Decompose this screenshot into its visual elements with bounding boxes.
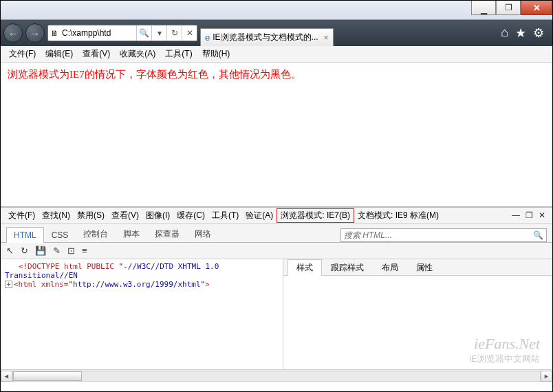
dt-tab-network[interactable]: 网络 — [187, 225, 219, 243]
dt-tab-console[interactable]: 控制台 — [76, 225, 116, 243]
rtab-layout[interactable]: 布局 — [373, 259, 407, 276]
arrow-right-icon: → — [30, 28, 41, 39]
dt-close-icon[interactable]: ✕ — [539, 210, 545, 220]
window-maximize-button[interactable]: ❐ — [496, 1, 521, 15]
browser-navbar: ← → 🗎 🔍 ▾ ↻ ✕ e IE浏览器模式与文档模式的... × ⌂ ★ ⚙ — [1, 20, 552, 46]
menu-view[interactable]: 查看(V) — [78, 47, 114, 61]
address-bar[interactable]: 🗎 🔍 ▾ ↻ ✕ — [47, 25, 197, 41]
scroll-track[interactable] — [12, 371, 541, 382]
address-dropdown-icon[interactable]: ▾ — [151, 25, 166, 41]
back-button[interactable]: ← — [3, 23, 23, 43]
dt-document-mode[interactable]: 文档模式: IE9 标准(M) — [354, 208, 442, 223]
dt-minimize-icon[interactable]: — — [512, 210, 520, 220]
devtools-search[interactable]: 🔍 — [340, 228, 547, 242]
devtools-toolbar: ↖ ↻ 💾 ✎ ⊡ ≡ — [1, 243, 552, 259]
scroll-left-button[interactable]: ◄ — [1, 371, 12, 382]
forward-button[interactable]: → — [25, 23, 45, 43]
refresh-icon[interactable]: ↻ — [21, 246, 28, 256]
rtab-attributes[interactable]: 属性 — [407, 259, 442, 276]
address-input[interactable] — [61, 28, 136, 38]
favorites-icon[interactable]: ★ — [515, 25, 526, 41]
save-icon[interactable]: 💾 — [35, 246, 46, 256]
edit-icon[interactable]: ✎ — [53, 246, 61, 256]
dt-tab-html[interactable]: HTML — [6, 227, 44, 243]
rtab-trace-styles[interactable]: 跟踪样式 — [322, 259, 373, 276]
select-element-icon[interactable]: ↖ — [6, 246, 14, 256]
arrow-left-icon: ← — [8, 28, 19, 39]
dt-menu-cache[interactable]: 缓存(C) — [173, 208, 208, 223]
page-content: 浏览器模式为IE7的情况下，字体颜色为红色，其他情况为黑色。 — [1, 63, 552, 207]
tab-title: IE浏览器模式与文档模式的... — [213, 32, 318, 43]
window-minimize-button[interactable]: ▁ — [471, 1, 496, 15]
dt-tab-css[interactable]: CSS — [44, 227, 76, 243]
page-icon: 🗎 — [48, 29, 61, 37]
source-line-doctype: <!DOCTYPE html PUBLIC "-//W3C//DTD XHTML… — [5, 262, 279, 280]
devtools-body: <!DOCTYPE html PUBLIC "-//W3C//DTD XHTML… — [1, 259, 552, 369]
ie-icon: e — [205, 32, 210, 43]
dt-menu-validate[interactable]: 验证(A) — [242, 208, 276, 223]
scroll-thumb[interactable] — [13, 371, 82, 381]
horizontal-scrollbar[interactable]: ◄ ► — [1, 369, 552, 382]
dt-menu-view[interactable]: 查看(V) — [108, 208, 142, 223]
window-titlebar: ▁ ❐ ✕ — [1, 1, 552, 20]
dt-menu-tools[interactable]: 工具(T) — [208, 208, 242, 223]
source-line-html[interactable]: +<html xmlns="http://www.w3.org/1999/xht… — [5, 280, 279, 289]
browser-tab[interactable]: e IE浏览器模式与文档模式的... × — [200, 28, 334, 46]
devtools-right-panel: 样式 跟踪样式 布局 属性 — [283, 259, 552, 369]
html-source-panel[interactable]: <!DOCTYPE html PUBLIC "-//W3C//DTD XHTML… — [1, 259, 283, 369]
menu-favorites[interactable]: 收藏夹(A) — [116, 47, 160, 61]
rtab-styles[interactable]: 样式 — [288, 259, 322, 276]
box-icon[interactable]: ⊡ — [67, 246, 75, 256]
dt-menu-disable[interactable]: 禁用(S) — [74, 208, 108, 223]
devtools-menubar: 文件(F) 查找(N) 禁用(S) 查看(V) 图像(I) 缓存(C) 工具(T… — [1, 207, 552, 224]
menu-edit[interactable]: 编辑(E) — [41, 47, 77, 61]
refresh-icon[interactable]: ↻ — [166, 25, 182, 41]
dt-menu-find[interactable]: 查找(N) — [39, 208, 74, 223]
scroll-right-button[interactable]: ► — [541, 371, 552, 382]
list-icon[interactable]: ≡ — [82, 246, 87, 256]
tab-close-icon[interactable]: × — [324, 33, 329, 43]
expand-icon[interactable]: + — [5, 281, 12, 288]
devtools-tabbar: HTML CSS 控制台 脚本 探查器 网络 🔍 — [1, 224, 552, 243]
dt-restore-icon[interactable]: ❐ — [525, 210, 533, 220]
menu-file[interactable]: 文件(F) — [5, 47, 40, 61]
dt-menu-file[interactable]: 文件(F) — [5, 208, 39, 223]
dt-browser-mode[interactable]: 浏览器模式: IE7(B) — [276, 208, 354, 223]
window-close-button[interactable]: ✕ — [521, 1, 552, 15]
home-icon[interactable]: ⌂ — [501, 25, 508, 41]
menu-tools[interactable]: 工具(T) — [161, 47, 196, 61]
search-icon[interactable]: 🔍 — [136, 25, 151, 41]
search-icon[interactable]: 🔍 — [533, 230, 543, 240]
stop-icon[interactable]: ✕ — [182, 25, 197, 41]
menu-help[interactable]: 帮助(H) — [198, 47, 235, 61]
browser-menubar: 文件(F) 编辑(E) 查看(V) 收藏夹(A) 工具(T) 帮助(H) — [1, 46, 552, 63]
dt-menu-images[interactable]: 图像(I) — [142, 208, 173, 223]
devtools-search-input[interactable] — [344, 230, 533, 240]
dt-tab-script[interactable]: 脚本 — [116, 225, 147, 243]
dt-tab-profiler[interactable]: 探查器 — [147, 225, 187, 243]
settings-gear-icon[interactable]: ⚙ — [533, 25, 544, 41]
